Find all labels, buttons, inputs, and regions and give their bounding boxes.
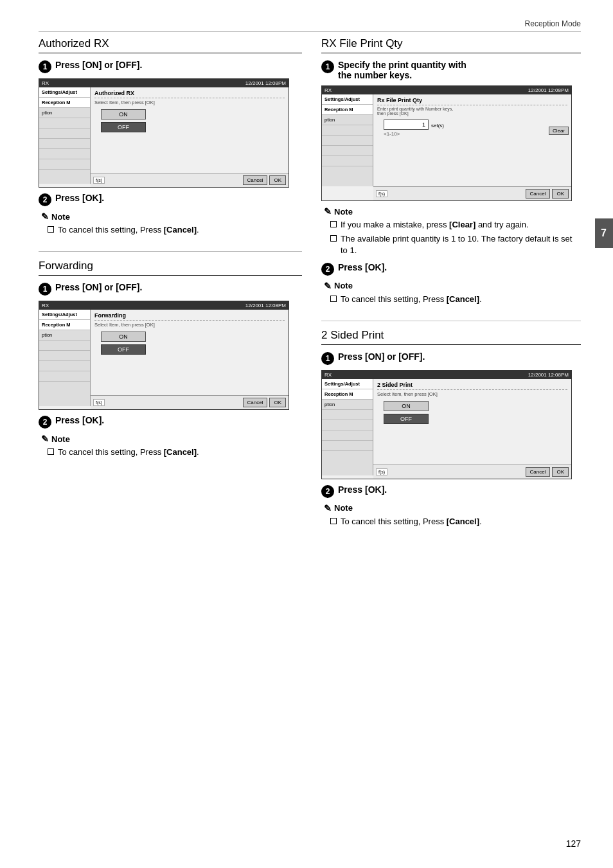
- screen-main-4: 2 Sided Print Select Item, then press [O…: [373, 379, 571, 475]
- sidebar-row-2: [39, 128, 90, 139]
- note-authorized: ✎ Note To cancel this setting, Press [Ca…: [39, 211, 302, 236]
- screen-header-right-1: 12/2001 12:08PM: [245, 80, 286, 86]
- screen-action-btns-1: Cancel OK: [243, 175, 286, 185]
- screen-options-4: ON OFF: [384, 401, 567, 424]
- screen-bottom-item-1: f(s): [93, 177, 105, 184]
- dialog-subtitle-2: Select Item, then press [OK]: [94, 322, 285, 328]
- sidebar-row-2-2: [39, 351, 90, 361]
- step2-forwarding-num: 2: [39, 416, 51, 429]
- sidebar-tab-reception-1: Reception M: [39, 98, 90, 108]
- authorized-rx-title: Authorized RX: [39, 37, 302, 53]
- step1-rx-print-num: 1: [321, 60, 334, 73]
- sidebar-row-4: [39, 149, 90, 159]
- sidebar-row-4-4: [322, 441, 373, 451]
- screen-header-left-2: RX: [42, 303, 49, 308]
- note-forwarding: ✎ Note To cancel this setting, Press [Ca…: [39, 434, 302, 458]
- note-checkbox-2: [48, 448, 54, 455]
- clear-btn[interactable]: Clear: [549, 127, 569, 135]
- sidebar-row-2-3: [39, 361, 90, 371]
- sidebar-row-2-4: [39, 371, 90, 382]
- ok-btn-1[interactable]: OK: [269, 175, 286, 185]
- note-2sided-item-1: To cancel this setting, Press [Cancel].: [330, 516, 581, 527]
- sidebar-row-3-4: [322, 156, 373, 166]
- note-icon-2: ✎: [41, 434, 49, 444]
- step1-authorized: 1 Press [ON] or [OFF].: [39, 60, 302, 73]
- rx-file-print-title: RX File Print Qty: [321, 37, 581, 53]
- step1-authorized-num: 1: [39, 60, 51, 73]
- btn-off-2[interactable]: OFF: [101, 344, 146, 355]
- screen-forwarding: RX 12/2001 12:08PM Settings/Adjust Recep…: [39, 301, 289, 410]
- forwarding-title: Forwarding: [39, 260, 302, 276]
- btn-on-2[interactable]: ON: [101, 332, 146, 342]
- note-checkbox-1: [48, 226, 54, 233]
- btn-off-1[interactable]: OFF: [101, 122, 146, 132]
- note-checkbox-3: [330, 221, 337, 227]
- screen-bottom-2: f(s) Cancel OK: [91, 395, 289, 409]
- screen-body-3: Settings/Adjust Reception M ption Rx Fil…: [322, 94, 571, 186]
- screen-header-right-4: 12/2001 12:08PM: [528, 372, 569, 378]
- screen-bottom-items-3: f(s): [376, 190, 526, 197]
- btn-on-4[interactable]: ON: [384, 401, 429, 411]
- dialog-title-2: Forwarding: [94, 312, 285, 321]
- unit-label: set(s): [431, 123, 444, 128]
- main-content: Authorized RX 1 Press [ON] or [OFF]. RX …: [39, 37, 581, 543]
- cancel-btn-1[interactable]: Cancel: [243, 175, 268, 185]
- sidebar-row-3-1: [322, 125, 373, 136]
- screen-sidebar-4: Settings/Adjust Reception M ption: [322, 379, 373, 475]
- page-number: 127: [566, 838, 581, 849]
- step2-forwarding: 2 Press [OK].: [39, 415, 302, 429]
- screen-2sided: RX 12/2001 12:08PM Settings/Adjust Recep…: [321, 370, 572, 479]
- step1-2sided-num: 1: [321, 352, 334, 365]
- sidebar-tab-option-4: ption: [322, 400, 373, 410]
- page-container: Reception Mode 7 Authorized RX 1 Press […: [0, 0, 613, 868]
- step1-rx-print: 1 Specify the print quantity withthe num…: [321, 60, 581, 80]
- step2-2sided: 2 Press [OK].: [321, 484, 581, 498]
- screen-bottom-items-2: f(s): [93, 399, 243, 406]
- dialog-subtitle-1: Select Item, then press [OK]: [94, 100, 285, 105]
- right-column: RX File Print Qty 1 Specify the print qu…: [321, 37, 581, 543]
- screen-body-1: Settings/Adjust Reception M ption Author…: [39, 87, 289, 184]
- screen-action-btns-3: Cancel OK: [526, 189, 569, 199]
- ok-btn-2[interactable]: OK: [269, 398, 286, 407]
- note-checkbox-6: [330, 518, 337, 524]
- screen-bottom-item-4: f(s): [376, 468, 387, 475]
- cancel-btn-3[interactable]: Cancel: [526, 189, 551, 199]
- step1-rx-print-text: Specify the print quantity withthe numbe…: [338, 60, 466, 80]
- btn-on-1[interactable]: ON: [101, 109, 146, 120]
- sidebar-tab-settings-4: Settings/Adjust: [322, 379, 373, 389]
- screen-header-left-1: RX: [42, 80, 49, 86]
- note-icon-4: ✎: [324, 281, 332, 291]
- step2-rx-print: 2 Press [OK].: [321, 262, 581, 276]
- step1-2sided-text: Press [ON] or [OFF].: [338, 351, 425, 362]
- btn-off-4[interactable]: OFF: [384, 414, 429, 424]
- note-2sided-title: ✎ Note: [324, 503, 581, 513]
- qty-input[interactable]: 1: [384, 120, 429, 130]
- range-text: <1-10>: [384, 131, 567, 137]
- sidebar-tab-reception-3: Reception M: [322, 105, 373, 115]
- note-forwarding-title: ✎ Note: [41, 434, 302, 444]
- step2-2sided-text: Press [OK].: [338, 484, 387, 495]
- screen-header-4: RX 12/2001 12:08PM: [322, 371, 571, 379]
- sidebar-row-4-2: [322, 420, 373, 430]
- cancel-btn-4[interactable]: Cancel: [526, 467, 551, 477]
- sidebar-row-5: [39, 159, 90, 170]
- screen-bottom-1: f(s) Cancel OK: [91, 173, 289, 187]
- section-label: Reception Mode: [525, 19, 581, 28]
- sidebar-tab-option-3: ption: [322, 115, 373, 125]
- note-forwarding-item-1: To cancel this setting, Press [Cancel].: [48, 447, 302, 458]
- note-rx-print-title-2: ✎ Note: [324, 281, 581, 291]
- screen-header-left-3: RX: [324, 87, 332, 93]
- sidebar-tab-option-1: ption: [39, 108, 90, 118]
- ok-btn-3[interactable]: OK: [552, 189, 569, 199]
- step2-authorized-text: Press [OK].: [55, 193, 104, 203]
- left-column: Authorized RX 1 Press [ON] or [OFF]. RX …: [39, 37, 302, 543]
- section-authorized-rx: Authorized RX 1 Press [ON] or [OFF]. RX …: [39, 37, 302, 236]
- sidebar-row-3: [39, 139, 90, 149]
- input-row: 1 set(s): [384, 120, 567, 131]
- step2-forwarding-text: Press [OK].: [55, 415, 104, 425]
- ok-btn-4[interactable]: OK: [552, 467, 569, 477]
- note-2sided: ✎ Note To cancel this setting, Press [Ca…: [321, 503, 581, 527]
- screen-bottom-3: f(s) Cancel OK: [373, 186, 571, 200]
- screen-authorized-rx: RX 12/2001 12:08PM Settings/Adjust Recep…: [39, 78, 289, 188]
- cancel-btn-2[interactable]: Cancel: [243, 398, 268, 407]
